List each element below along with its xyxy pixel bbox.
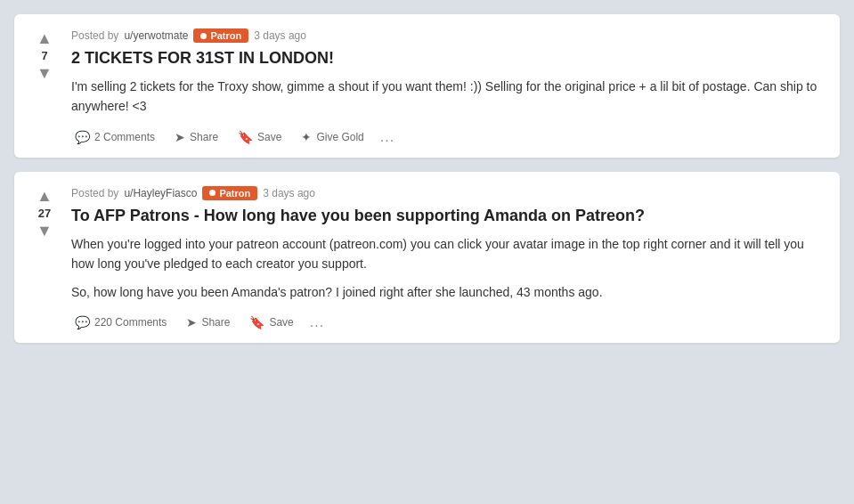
post-meta: Posted byu/yerwotmatePatron3 days ago — [71, 28, 826, 43]
post-meta-prefix: Posted by — [71, 29, 118, 42]
post-actions: 💬220 Comments➤Share🔖Save... — [71, 313, 826, 332]
post-body: I'm selling 2 tickets for the Troxy show… — [71, 77, 826, 116]
vote-count: 7 — [41, 49, 47, 62]
post-actions: 💬2 Comments➤Share🔖Save✦Give Gold... — [71, 127, 826, 147]
save-icon: 🔖 — [249, 315, 264, 329]
patron-badge: Patron — [202, 186, 257, 200]
patron-dot-icon — [209, 190, 216, 196]
save-button[interactable]: 🔖Save — [234, 127, 285, 147]
post-title[interactable]: To AFP Patrons - How long have you been … — [71, 206, 826, 226]
save-icon: 🔖 — [238, 130, 253, 144]
comments-button[interactable]: 💬220 Comments — [71, 313, 170, 332]
post-card-2: ▲27▼Posted byu/HayleyFiascoPatron3 days … — [14, 172, 840, 343]
post-paragraph: So, how long have you been Amanda's patr… — [71, 283, 826, 303]
post-card-1: ▲7▼Posted byu/yerwotmatePatron3 days ago… — [14, 14, 840, 158]
post-meta: Posted byu/HayleyFiascoPatron3 days ago — [71, 186, 826, 200]
more-options-button[interactable]: ... — [380, 129, 394, 145]
gold-icon: ✦ — [301, 130, 312, 144]
posts-container: ▲7▼Posted byu/yerwotmatePatron3 days ago… — [14, 14, 840, 343]
share-icon: ➤ — [186, 315, 197, 329]
share-icon: ➤ — [175, 130, 185, 144]
share-button[interactable]: ➤Share — [171, 127, 222, 147]
save-button[interactable]: 🔖Save — [246, 313, 297, 332]
vote-column: ▲7▼ — [28, 28, 61, 147]
upvote-button[interactable]: ▲ — [37, 188, 53, 204]
comments-button[interactable]: 💬2 Comments — [71, 127, 159, 147]
post-paragraph: I'm selling 2 tickets for the Troxy show… — [71, 77, 826, 116]
post-paragraph: When you're logged into your patreon acc… — [71, 235, 826, 273]
post-meta-prefix: Posted by — [71, 187, 118, 199]
share-button[interactable]: ➤Share — [183, 313, 233, 332]
post-content: Posted byu/yerwotmatePatron3 days ago2 T… — [71, 28, 826, 147]
more-options-button[interactable]: ... — [310, 314, 324, 330]
comment-icon: 💬 — [75, 315, 90, 329]
post-author[interactable]: u/yerwotmate — [124, 29, 188, 42]
post-content: Posted byu/HayleyFiascoPatron3 days agoT… — [71, 186, 826, 332]
patron-badge: Patron — [193, 28, 248, 43]
downvote-button[interactable]: ▼ — [37, 223, 53, 239]
comment-icon: 💬 — [75, 130, 90, 144]
downvote-button[interactable]: ▼ — [37, 65, 53, 81]
patron-dot-icon — [200, 33, 207, 39]
upvote-button[interactable]: ▲ — [37, 30, 53, 46]
post-body: When you're logged into your patreon acc… — [71, 235, 826, 302]
post-time: 3 days ago — [254, 29, 306, 42]
post-time: 3 days ago — [263, 187, 315, 199]
vote-column: ▲27▼ — [28, 186, 61, 332]
give-gold-button[interactable]: ✦Give Gold — [297, 127, 367, 147]
post-author[interactable]: u/HayleyFiasco — [124, 187, 197, 199]
vote-count: 27 — [38, 207, 51, 220]
post-title[interactable]: 2 TICKETS FOR 31ST IN LONDON! — [71, 48, 826, 69]
